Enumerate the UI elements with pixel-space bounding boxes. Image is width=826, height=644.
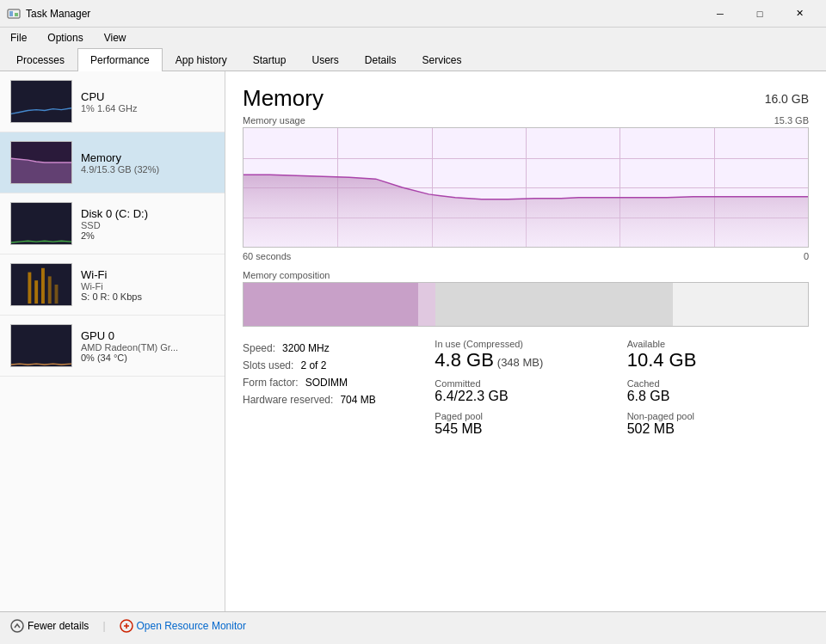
disk-info: Disk 0 (C: D:) SSD 2% bbox=[81, 207, 148, 241]
svg-rect-4 bbox=[28, 273, 31, 304]
wifi-thumbnail bbox=[10, 263, 72, 306]
minimize-button[interactable]: ─ bbox=[700, 0, 740, 28]
cpu-title: CPU bbox=[81, 90, 137, 103]
fewer-details-button[interactable]: Fewer details bbox=[10, 619, 89, 633]
in-use-compressed: (348 MB) bbox=[497, 356, 543, 369]
tab-startup[interactable]: Startup bbox=[240, 48, 299, 71]
open-resource-monitor-button[interactable]: Open Resource Monitor bbox=[120, 619, 246, 633]
time-start: 60 seconds bbox=[243, 251, 291, 261]
tab-users[interactable]: Users bbox=[299, 48, 351, 71]
cached-value: 6.8 GB bbox=[627, 389, 809, 404]
memory-graph-svg bbox=[243, 128, 808, 247]
menu-view[interactable]: View bbox=[101, 30, 130, 46]
content-panel: Memory 16.0 GB Memory usage 15.3 GB bbox=[225, 71, 826, 611]
paged-pool-label: Paged pool bbox=[435, 411, 616, 421]
svg-marker-9 bbox=[243, 175, 808, 247]
gpu-val: 0% (34 °C) bbox=[81, 353, 178, 363]
sidebar-item-disk[interactable]: Disk 0 (C: D:) SSD 2% bbox=[0, 193, 225, 255]
sidebar-item-memory[interactable]: Memory 4.9/15.3 GB (32%) bbox=[0, 132, 225, 193]
cpu-thumbnail bbox=[10, 80, 72, 123]
committed-value: 6.4/22.3 GB bbox=[435, 389, 616, 404]
task-manager-icon bbox=[7, 7, 21, 21]
wifi-info: Wi-Fi Wi-Fi S: 0 R: 0 Kbps bbox=[81, 268, 142, 302]
tab-details[interactable]: Details bbox=[352, 48, 410, 71]
memory-graph bbox=[243, 127, 809, 248]
stat-committed: Committed 6.4/22.3 GB bbox=[435, 378, 616, 404]
footer: Fewer details | Open Resource Monitor bbox=[0, 611, 826, 639]
comp-in-use bbox=[243, 283, 418, 326]
tab-app-history[interactable]: App history bbox=[163, 48, 240, 71]
disk-val: 2% bbox=[81, 230, 148, 241]
gpu-title: GPU 0 bbox=[81, 329, 178, 342]
wifi-val: S: 0 R: 0 Kbps bbox=[81, 291, 142, 302]
form-factor-row: Form factor: SODIMM bbox=[243, 377, 424, 389]
sidebar: CPU 1% 1.64 GHz Memory 4.9/15.3 GB (32%) bbox=[0, 71, 225, 611]
stat-in-use: In use (Compressed) 4.8 GB (348 MB) bbox=[435, 339, 616, 371]
cpu-info: CPU 1% 1.64 GHz bbox=[81, 90, 137, 113]
footer-divider: | bbox=[102, 620, 105, 632]
in-use-label: In use (Compressed) bbox=[435, 339, 616, 349]
stat-paged-pool: Paged pool 545 MB bbox=[435, 411, 616, 437]
disk-title: Disk 0 (C: D:) bbox=[81, 207, 148, 220]
available-label: Available bbox=[627, 339, 809, 349]
sidebar-item-cpu[interactable]: CPU 1% 1.64 GHz bbox=[0, 71, 225, 132]
hw-reserved-label: Hardware reserved: bbox=[243, 394, 333, 406]
sidebar-item-gpu[interactable]: GPU 0 AMD Radeon(TM) Gr... 0% (34 °C) bbox=[0, 316, 225, 377]
comp-modified bbox=[418, 283, 435, 326]
disk-type: SSD bbox=[81, 220, 148, 230]
non-paged-pool-value: 502 MB bbox=[627, 421, 809, 437]
svg-rect-5 bbox=[34, 280, 38, 304]
menu-file[interactable]: File bbox=[7, 30, 30, 46]
speed-label: Speed: bbox=[243, 342, 275, 354]
stats-container: In use (Compressed) 4.8 GB (348 MB) Avai… bbox=[243, 339, 809, 444]
graph-label-row: Memory usage 15.3 GB bbox=[243, 115, 809, 126]
tab-processes[interactable]: Processes bbox=[3, 48, 77, 71]
title-left: Task Manager bbox=[7, 7, 90, 21]
svg-rect-2 bbox=[15, 13, 18, 16]
wifi-title: Wi-Fi bbox=[81, 268, 142, 281]
gpu-thumbnail bbox=[10, 324, 72, 367]
close-button[interactable]: ✕ bbox=[780, 0, 819, 28]
content-header: Memory 16.0 GB bbox=[243, 85, 809, 112]
committed-label: Committed bbox=[435, 378, 616, 389]
usage-max: 15.3 GB bbox=[774, 115, 809, 126]
chevron-up-icon bbox=[10, 619, 24, 633]
title-bar: Task Manager ─ □ ✕ bbox=[0, 0, 826, 28]
speed-value: 3200 MHz bbox=[282, 342, 330, 354]
svg-rect-7 bbox=[48, 276, 52, 304]
resource-monitor-icon bbox=[120, 619, 133, 633]
svg-rect-6 bbox=[41, 268, 45, 304]
maximize-button[interactable]: □ bbox=[740, 0, 780, 28]
memory-title: Memory bbox=[81, 151, 159, 164]
memory-sub: 4.9/15.3 GB (32%) bbox=[81, 164, 159, 175]
title-controls: ─ □ ✕ bbox=[700, 0, 819, 28]
available-value: 10.4 GB bbox=[627, 349, 809, 371]
tab-services[interactable]: Services bbox=[410, 48, 475, 71]
content-title: Memory bbox=[243, 85, 324, 112]
comp-free bbox=[673, 283, 808, 326]
stat-available: Available 10.4 GB bbox=[627, 339, 809, 371]
form-factor-label: Form factor: bbox=[243, 377, 299, 389]
in-use-value: 4.8 GB bbox=[435, 349, 493, 371]
content-total: 16.0 GB bbox=[765, 92, 809, 106]
comp-standby bbox=[435, 283, 673, 326]
composition-bar bbox=[243, 282, 809, 327]
paged-pool-value: 545 MB bbox=[435, 421, 616, 437]
cpu-sub: 1% 1.64 GHz bbox=[81, 103, 137, 113]
svg-rect-1 bbox=[9, 11, 13, 16]
tab-performance[interactable]: Performance bbox=[77, 48, 163, 71]
slots-label: Slots used: bbox=[243, 359, 293, 371]
wifi-type: Wi-Fi bbox=[81, 281, 142, 291]
usage-label: Memory usage bbox=[243, 115, 305, 126]
sidebar-item-wifi[interactable]: Wi-Fi Wi-Fi S: 0 R: 0 Kbps bbox=[0, 255, 225, 316]
side-stats: Speed: 3200 MHz Slots used: 2 of 2 Form … bbox=[243, 339, 424, 444]
hw-reserved-value: 704 MB bbox=[340, 394, 375, 406]
gpu-info: GPU 0 AMD Radeon(TM) Gr... 0% (34 °C) bbox=[81, 329, 178, 363]
hw-reserved-row: Hardware reserved: 704 MB bbox=[243, 394, 424, 406]
disk-thumbnail bbox=[10, 202, 72, 245]
menu-options[interactable]: Options bbox=[44, 30, 86, 46]
cached-label: Cached bbox=[627, 378, 809, 389]
slots-value: 2 of 2 bbox=[300, 359, 326, 371]
app-title: Task Manager bbox=[26, 8, 90, 20]
slots-row: Slots used: 2 of 2 bbox=[243, 359, 424, 371]
